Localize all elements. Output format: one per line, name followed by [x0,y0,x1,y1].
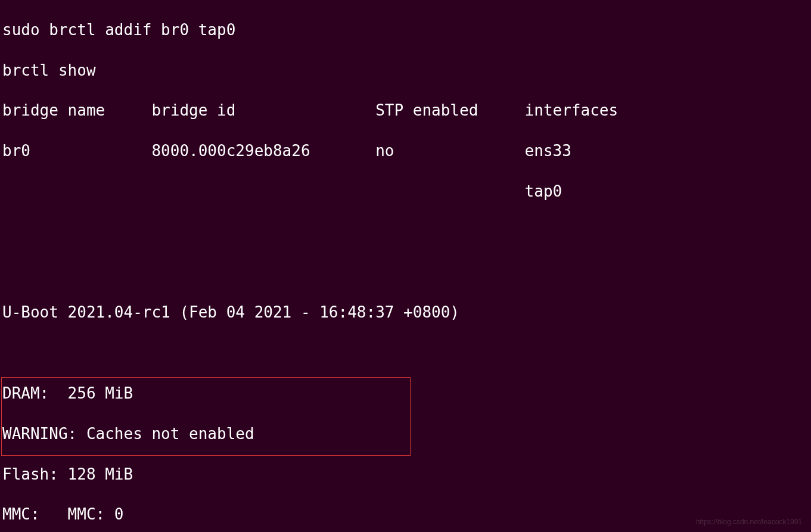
terminal-line: WARNING: Caches not enabled [2,424,809,444]
terminal-line [2,222,809,242]
terminal-line: brctl show [2,61,809,81]
terminal-line: br0 8000.000c29eb8a26 no ens33 [2,141,809,161]
watermark-text: https://blog.csdn.net/leacock1991 [696,518,802,527]
terminal-line: DRAM: 256 MiB [2,384,809,404]
terminal-line: tap0 [2,182,809,202]
terminal-output[interactable]: sudo brctl addif br0 tap0 brctl show bri… [0,0,811,532]
terminal-line: bridge name bridge id STP enabled interf… [2,101,809,121]
terminal-line: MMC: MMC: 0 [2,505,809,525]
terminal-line: U-Boot 2021.04-rc1 (Feb 04 2021 - 16:48:… [2,303,809,323]
terminal-line: sudo brctl addif br0 tap0 [2,20,809,41]
terminal-line [2,263,809,283]
terminal-line [2,343,809,363]
terminal-line: Flash: 128 MiB [2,465,809,485]
